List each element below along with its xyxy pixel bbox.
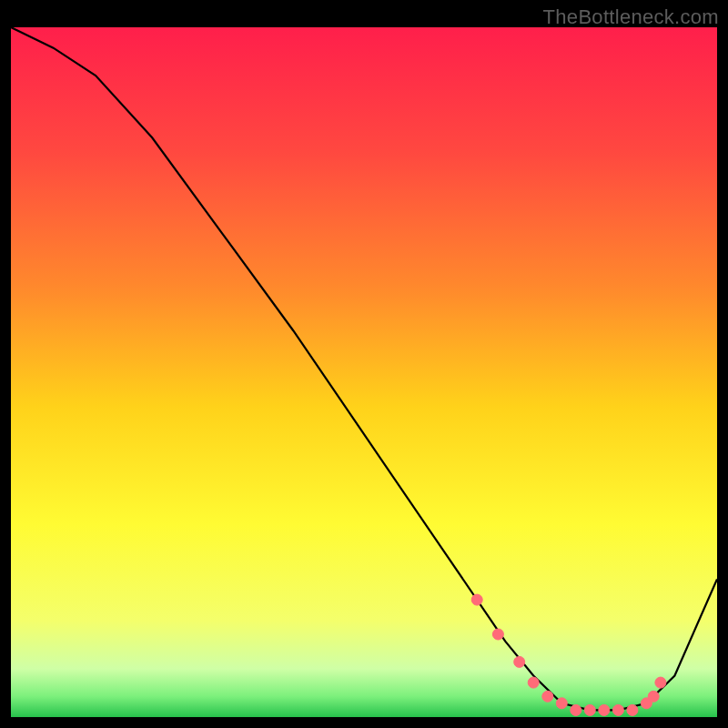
marker-dot bbox=[528, 677, 539, 688]
marker-dot bbox=[584, 704, 595, 715]
bottleneck-chart bbox=[11, 27, 717, 717]
marker-dot bbox=[627, 704, 638, 715]
marker-dot bbox=[571, 704, 581, 715]
marker-dot bbox=[599, 704, 610, 715]
marker-dot bbox=[514, 656, 525, 667]
marker-dot bbox=[492, 629, 503, 640]
marker-dot bbox=[556, 698, 567, 709]
chart-frame: TheBottleneck.com bbox=[0, 0, 728, 728]
watermark-text: TheBottleneck.com bbox=[543, 5, 719, 29]
marker-dot bbox=[471, 594, 482, 605]
marker-dot bbox=[648, 691, 659, 702]
marker-dot bbox=[542, 691, 553, 702]
marker-dot bbox=[655, 677, 666, 688]
marker-dot bbox=[612, 704, 623, 715]
gradient-background bbox=[11, 27, 717, 717]
